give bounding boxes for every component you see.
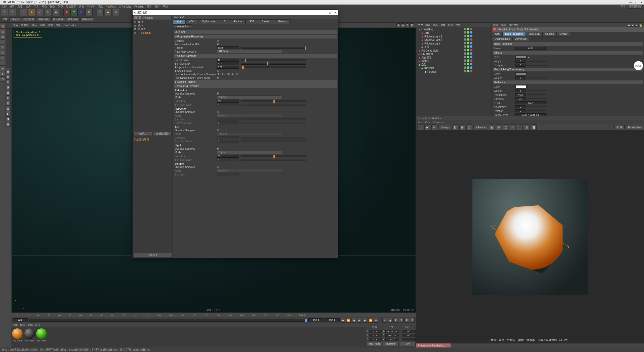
rotate-tool-icon[interactable]: ⟳ [44, 9, 51, 16]
refl-aniso-field[interactable]: 0 [515, 105, 526, 108]
rs-tab-integration[interactable]: Integration [173, 24, 192, 29]
lasttool-icon[interactable]: ◉ [52, 9, 59, 16]
rs-list-check[interactable] [134, 31, 137, 34]
coord-z-size[interactable] [385, 338, 399, 341]
coord-h-rot[interactable] [402, 330, 416, 333]
om-tag-row[interactable] [464, 55, 492, 59]
frame-end-input[interactable] [308, 318, 324, 322]
refl-fresnel-dropdown[interactable]: Color + Edge Tint [515, 113, 546, 116]
vp-display[interactable]: 显示 [32, 23, 37, 27]
render-icon[interactable]: 🎬 [97, 9, 104, 16]
rs-tab-sss[interactable]: SSS [246, 19, 258, 24]
palette-cube[interactable]: 立方体域 [22, 17, 36, 21]
rs-list-item[interactable]: — Redshift [133, 31, 173, 34]
coord-x-size[interactable] [385, 330, 399, 333]
rs-refr-ov-check[interactable] [217, 111, 219, 113]
t2-4-icon[interactable]: ▣ [6, 85, 11, 90]
preset-dropdown[interactable]: Gold [515, 47, 546, 50]
key-p-icon[interactable]: P [393, 318, 398, 323]
rv-hist-icon[interactable]: ▤ [524, 124, 530, 130]
coord-b-rot[interactable] [402, 338, 416, 341]
mat-edit[interactable]: 编辑 [20, 324, 25, 327]
rs-list-item[interactable]: 输出 [133, 20, 173, 24]
autokey-icon[interactable]: ◉ [388, 318, 392, 323]
t2-3-icon[interactable]: ◫ [6, 79, 11, 84]
t2-5-icon[interactable]: ▦ [6, 90, 11, 95]
rv-customize[interactable]: Customize [433, 121, 445, 124]
tab-advanced[interactable]: Advanced [513, 37, 529, 41]
timeline-ruler[interactable]: 0 10 20 30 40 50 60 70 80 90 100 110 120… [11, 313, 416, 317]
refl-rough-slider[interactable] [527, 94, 547, 95]
menu-tools[interactable]: 工具 [34, 5, 39, 8]
play-icon[interactable]: ▶ [357, 318, 362, 323]
menu-redshift[interactable]: Redshift [134, 5, 144, 8]
vp-options[interactable]: 选项 [40, 23, 45, 27]
rv-lock-icon[interactable]: 🔒 [489, 124, 494, 130]
om-row[interactable]: ◆LO 摄像机 [417, 28, 463, 31]
om-file[interactable]: 文件 [418, 23, 423, 27]
refl-color-swatch[interactable] [515, 85, 527, 88]
tab-overall[interactable]: Overall [557, 32, 570, 37]
menu-xparticles[interactable]: X-Particles [119, 5, 131, 8]
menu-create[interactable]: 创建 [18, 5, 23, 8]
om-tag-row[interactable] [464, 27, 492, 31]
rs-tab-opt[interactable]: Optimization [198, 19, 220, 24]
rs-tab-gi[interactable]: GI [220, 19, 230, 24]
om-tag-row[interactable] [464, 66, 492, 69]
frame-start-input[interactable] [13, 318, 28, 322]
rs-light-ov-check[interactable] [217, 147, 219, 150]
coord-mode2[interactable]: 绝对尺寸 [383, 342, 399, 346]
rs-unified-header[interactable]: ▾ Unified Sampling [174, 54, 337, 58]
back-weight-field[interactable]: 0 [515, 76, 526, 79]
rs-minimize-icon[interactable]: — [323, 11, 326, 14]
t2-7-icon[interactable]: ▤ [6, 101, 11, 106]
menu-mesh[interactable]: 网格 [42, 5, 47, 8]
tab-basic[interactable]: 基本 [492, 32, 502, 37]
am-next-icon[interactable]: ▶ [631, 24, 634, 27]
rs-thr-field[interactable]: 0.01 [217, 66, 239, 69]
om-tag-row[interactable] [464, 31, 492, 34]
rs-refl-ov-check[interactable] [217, 92, 219, 95]
om-row[interactable]: ◆RS Area Light.2 [417, 35, 463, 38]
close-icon[interactable]: ✕ [640, 1, 642, 4]
vp-camera[interactable]: 摄像机 [21, 23, 29, 27]
rv-ipr-icon[interactable]: ⬛ [417, 124, 423, 130]
rs-close-icon[interactable]: ✕ [334, 11, 336, 14]
rv-file[interactable]: File [418, 121, 422, 124]
menu-help[interactable]: 帮助 [163, 5, 168, 8]
refl-brdf-dropdown[interactable]: GGX [515, 101, 546, 104]
am-mode[interactable]: 模式 [493, 23, 498, 27]
prev-key-icon[interactable]: ⏪ [346, 318, 351, 323]
undo-icon[interactable]: ↶ [1, 9, 8, 16]
diff-rough-field[interactable]: 0 [515, 64, 526, 67]
layout-dropdown[interactable]: RS (用户) [628, 5, 642, 9]
rs-prog-passes-field[interactable]: 1024 [217, 46, 239, 49]
rs-tab-photon[interactable]: Photon [230, 19, 246, 24]
rv-auto-dropdown[interactable]: < Auto > [473, 125, 487, 129]
rv-refresh-icon[interactable]: ⟳ [431, 124, 437, 130]
rs-max-slider[interactable] [241, 63, 306, 65]
palette-torus[interactable]: 圆环体域 [51, 17, 65, 21]
coord-sys-icon[interactable]: ⊞ [86, 9, 93, 16]
tab-coating[interactable]: Coating [543, 32, 557, 37]
rv-grid-icon[interactable]: ⊞ [496, 124, 501, 130]
vp-filter[interactable]: 过滤 [48, 23, 53, 27]
om-row[interactable]: ◆细分曲面 [417, 66, 463, 70]
menu-window[interactable]: 窗口 [155, 5, 160, 8]
rs-tab-aov[interactable]: AOV [185, 19, 198, 24]
rs-list-check[interactable] [134, 24, 137, 27]
om-obj[interactable]: 对象 [440, 23, 446, 27]
rs-effects-button[interactable]: 效果... [134, 132, 152, 136]
rs-light-samples-field[interactable]: 512 [217, 155, 239, 158]
vp-nav-1-icon[interactable]: ⊕ [396, 23, 400, 27]
om-row[interactable]: ◆RS Area Light.1 [417, 38, 463, 42]
om-tag-row[interactable] [464, 69, 492, 73]
material-slot-1[interactable]: RS Mate [12, 328, 23, 342]
rs-ao-ov-check[interactable] [217, 129, 219, 131]
coord-y-size[interactable] [385, 334, 399, 337]
rs-tab-basic[interactable]: 基本 [173, 19, 185, 24]
coord-y-pos[interactable] [369, 334, 382, 337]
menu-script[interactable]: 脚本 [147, 5, 152, 8]
rs-prog-header[interactable]: ▾ Progressive Rendering [174, 35, 337, 38]
key-s-icon[interactable]: S [399, 318, 404, 323]
